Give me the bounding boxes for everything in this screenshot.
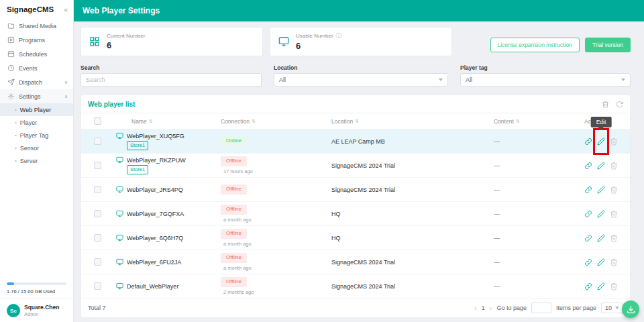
delete-icon[interactable] bbox=[610, 186, 618, 194]
link-icon[interactable] bbox=[584, 258, 592, 266]
current-number-value: 6 bbox=[107, 40, 145, 50]
player-location: SignageCMS 2024 Trial bbox=[331, 186, 395, 193]
edit-icon[interactable] bbox=[597, 186, 605, 194]
sidebar-item-events[interactable]: Events bbox=[0, 61, 73, 75]
usable-number-card: Usable Number ⓘ 6 bbox=[270, 27, 452, 56]
player-location: SignageCMS 2024 Trial bbox=[331, 259, 395, 266]
column-content[interactable]: Content bbox=[494, 118, 514, 125]
sidebar-item-shared-media[interactable]: Shared Media bbox=[0, 19, 73, 33]
chevron-down-icon bbox=[615, 307, 619, 309]
select-all-checkbox[interactable] bbox=[94, 117, 101, 125]
sidebar-item-web-player[interactable]: • Web Player bbox=[0, 103, 73, 116]
sort-icon[interactable]: ⇅ bbox=[355, 119, 359, 124]
bulk-delete-icon[interactable] bbox=[602, 101, 609, 108]
player-tag-select[interactable]: All bbox=[460, 73, 631, 87]
delete-icon[interactable] bbox=[610, 162, 618, 170]
link-icon[interactable] bbox=[584, 234, 592, 242]
sidebar-item-settings[interactable]: Settings ∧ bbox=[0, 89, 73, 103]
search-input[interactable] bbox=[80, 73, 262, 87]
table-row[interactable]: WebPlayer_6Q6H7Q Offline a month ago HQ … bbox=[81, 226, 630, 250]
row-checkbox[interactable] bbox=[94, 162, 101, 169]
row-checkbox[interactable] bbox=[94, 210, 101, 217]
chevron-down-icon bbox=[621, 78, 625, 81]
current-page[interactable]: 1 bbox=[482, 305, 485, 311]
delete-icon[interactable] bbox=[610, 138, 618, 146]
sidebar-item-player-tag[interactable]: • Player Tag bbox=[0, 129, 73, 142]
refresh-icon[interactable] bbox=[616, 101, 623, 108]
row-checkbox[interactable] bbox=[94, 186, 101, 193]
row-checkbox[interactable] bbox=[94, 234, 101, 241]
next-page-button[interactable]: › bbox=[490, 305, 492, 312]
edit-icon[interactable] bbox=[597, 282, 605, 290]
user-profile[interactable]: Sc Square.Chen Admin bbox=[0, 299, 73, 322]
table-row[interactable]: Default_WebPlayer Offline 2 months ago S… bbox=[81, 274, 630, 299]
chevron-down-icon bbox=[439, 78, 443, 81]
link-icon[interactable] bbox=[584, 162, 592, 170]
last-seen-text: a month ago bbox=[221, 265, 252, 271]
player-content: — bbox=[494, 211, 500, 217]
last-seen-text: a month ago bbox=[221, 217, 252, 223]
player-tag-label: Player tag bbox=[460, 64, 631, 71]
trial-version-button[interactable]: Trial version bbox=[585, 38, 631, 52]
column-connection[interactable]: Connection bbox=[221, 118, 250, 125]
sidebar-subitem-label: Web Player bbox=[20, 107, 51, 113]
sidebar-item-schedules[interactable]: Schedules bbox=[0, 47, 73, 61]
edit-icon[interactable] bbox=[597, 210, 605, 218]
edit-icon[interactable] bbox=[597, 234, 605, 242]
sidebar-subitem-label: Player bbox=[20, 119, 38, 126]
column-location[interactable]: Location bbox=[331, 118, 353, 125]
row-checkbox[interactable] bbox=[94, 258, 101, 266]
player-icon bbox=[116, 234, 123, 241]
items-per-page-select[interactable]: 10 bbox=[601, 303, 623, 313]
location-label: Location bbox=[274, 64, 448, 71]
sidebar-item-dispatch[interactable]: Dispatch ∨ bbox=[0, 75, 73, 89]
row-checkbox[interactable] bbox=[94, 138, 101, 145]
player-content: — bbox=[494, 186, 500, 193]
sidebar-item-sensor[interactable]: • Sensor bbox=[0, 142, 73, 154]
table-row[interactable]: WebPlayer_JRS4PQ Offline SignageCMS 2024… bbox=[81, 178, 630, 202]
location-select[interactable]: All bbox=[274, 73, 448, 87]
prev-page-button[interactable]: ‹ bbox=[474, 305, 477, 312]
link-icon[interactable] bbox=[584, 138, 592, 146]
bullet-icon: • bbox=[15, 119, 17, 125]
sidebar-item-programs[interactable]: Programs bbox=[0, 33, 73, 47]
license-expansion-button[interactable]: License expansion instruction bbox=[490, 38, 580, 52]
table-row[interactable]: WebPlayer_XUQ5FG Store1 Online AE LEAP C… bbox=[81, 129, 630, 154]
table-row[interactable]: WebPlayer_7GQFXA Offline a month ago HQ … bbox=[81, 202, 630, 226]
go-to-page-input[interactable] bbox=[531, 303, 551, 313]
sort-icon[interactable]: ⇅ bbox=[149, 119, 153, 124]
last-seen-text: 17 hours ago bbox=[221, 168, 253, 174]
sort-icon[interactable]: ⇅ bbox=[516, 119, 520, 124]
grid-icon bbox=[89, 36, 100, 47]
usable-number-label: Usable Number bbox=[296, 33, 333, 39]
delete-icon[interactable] bbox=[610, 282, 618, 290]
info-icon[interactable]: ⓘ bbox=[336, 32, 341, 40]
delete-icon[interactable] bbox=[610, 210, 618, 218]
table-row[interactable]: WebPlayer_6FU2JA Offline a month ago Sig… bbox=[81, 250, 630, 274]
delete-icon[interactable] bbox=[610, 234, 618, 242]
delete-icon[interactable] bbox=[610, 258, 618, 266]
row-checkbox[interactable] bbox=[94, 282, 101, 290]
send-icon bbox=[7, 78, 15, 86]
sidebar-nav: Shared Media Programs Schedules Events D… bbox=[0, 19, 73, 167]
sidebar-item-player[interactable]: • Player bbox=[0, 116, 73, 129]
folder-icon bbox=[7, 22, 15, 30]
link-icon[interactable] bbox=[584, 282, 592, 290]
edit-icon[interactable] bbox=[597, 258, 605, 266]
sidebar-subitem-label: Player Tag bbox=[20, 132, 48, 139]
sort-icon[interactable]: ⇅ bbox=[252, 119, 256, 124]
web-player-list-card: Web player list Name⇅ Connection⇅ Locati… bbox=[80, 95, 631, 318]
edit-icon[interactable] bbox=[597, 162, 605, 170]
link-icon[interactable] bbox=[584, 186, 592, 194]
sidebar-item-label: Programs bbox=[19, 37, 45, 44]
table-row[interactable]: WebPlayer_RKZPUW Store1 Offline 17 hours… bbox=[81, 154, 630, 178]
user-role: Admin bbox=[24, 311, 59, 317]
play-square-icon bbox=[7, 36, 15, 44]
download-fab-button[interactable] bbox=[622, 301, 639, 318]
column-name[interactable]: Name bbox=[131, 118, 147, 125]
link-icon[interactable] bbox=[584, 210, 592, 218]
collapse-sidebar-icon[interactable]: « bbox=[64, 6, 68, 13]
sidebar-item-server[interactable]: • Server bbox=[0, 154, 73, 167]
calendar-icon bbox=[7, 50, 15, 58]
edit-icon[interactable] bbox=[597, 138, 605, 146]
